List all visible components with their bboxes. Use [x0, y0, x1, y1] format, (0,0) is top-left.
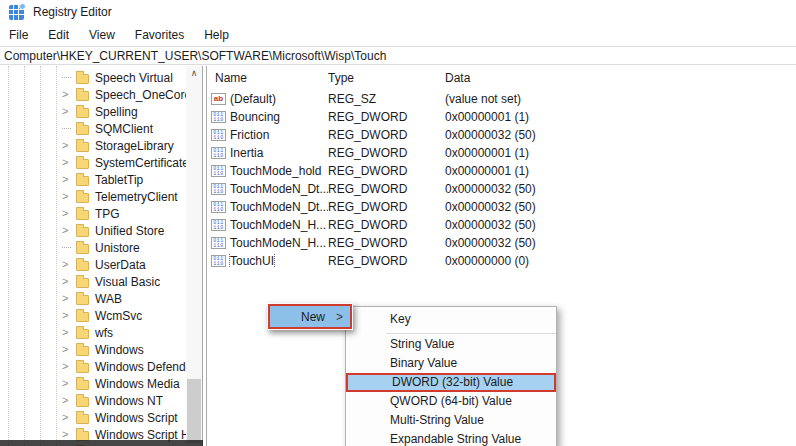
- dword-value-icon: 011 110: [211, 129, 226, 141]
- menu-item-dword-32-bit-value[interactable]: DWORD (32-bit) Value: [346, 373, 556, 392]
- tree-item[interactable]: >Speech_OneCore: [0, 86, 186, 103]
- tree-item[interactable]: >UserData: [0, 256, 186, 273]
- chevron-right-icon[interactable]: >: [62, 276, 76, 287]
- value-name-cell: 011 110TouchModeN_Dt...: [207, 200, 328, 214]
- chevron-right-icon[interactable]: >: [62, 429, 76, 440]
- menu-item-new[interactable]: New >: [268, 304, 352, 329]
- table-row[interactable]: 011 110TouchModeN_Dt...REG_DWORD0x000000…: [207, 180, 796, 198]
- menu-item-key[interactable]: Key: [346, 307, 556, 332]
- table-row[interactable]: 011 110TouchModeN_Dt...REG_DWORD0x000000…: [207, 198, 796, 216]
- tree-item[interactable]: >Windows Media: [0, 375, 186, 392]
- column-header-name[interactable]: Name: [207, 71, 328, 85]
- menu-bar: FileEditViewFavoritesHelp: [0, 24, 796, 46]
- folder-icon: [76, 363, 89, 373]
- menu-view[interactable]: View: [89, 28, 115, 42]
- table-row[interactable]: 011 110TouchModeN_H...REG_DWORD0x0000003…: [207, 234, 796, 252]
- chevron-right-icon[interactable]: >: [62, 259, 76, 270]
- value-name: TouchUI: [230, 254, 274, 268]
- folder-icon: [76, 244, 89, 254]
- chevron-right-icon[interactable]: >: [62, 140, 76, 151]
- chevron-right-icon[interactable]: >: [62, 208, 76, 219]
- folder-icon: [76, 346, 89, 356]
- menu-edit[interactable]: Edit: [48, 28, 69, 42]
- tree-item-label: Windows Defender: [95, 360, 186, 374]
- chevron-right-icon[interactable]: >: [62, 293, 76, 304]
- value-type: REG_DWORD: [328, 164, 445, 178]
- value-list: ab(Default)REG_SZ(value not set)011 110B…: [207, 90, 796, 270]
- tree-item-label: TPG: [95, 207, 120, 221]
- tree-item[interactable]: Unistore: [0, 239, 186, 256]
- table-row[interactable]: 011 110TouchModeN_H...REG_DWORD0x0000003…: [207, 216, 796, 234]
- folder-icon: [76, 261, 89, 271]
- chevron-right-icon[interactable]: >: [62, 395, 76, 406]
- value-type: REG_DWORD: [328, 218, 445, 232]
- table-row[interactable]: 011 110TouchMode_holdREG_DWORD0x00000001…: [207, 162, 796, 180]
- tree-item[interactable]: >TelemetryClient: [0, 188, 186, 205]
- menu-item-multi-string-value[interactable]: Multi-String Value: [346, 411, 556, 430]
- chevron-right-icon[interactable]: >: [62, 344, 76, 355]
- tree-item[interactable]: >Unified Store: [0, 222, 186, 239]
- table-row[interactable]: 011 110BouncingREG_DWORD0x00000001 (1): [207, 108, 796, 126]
- menu-item-expandable-string-value[interactable]: Expandable String Value: [346, 430, 556, 446]
- title-bar: Registry Editor: [0, 0, 796, 24]
- table-row[interactable]: ab(Default)REG_SZ(value not set): [207, 90, 796, 108]
- folder-icon: [76, 108, 89, 118]
- scrollbar-thumb[interactable]: [187, 379, 201, 443]
- folder-icon: [76, 397, 89, 407]
- tree-item[interactable]: >Visual Basic: [0, 273, 186, 290]
- tree-item[interactable]: >Windows Defender: [0, 358, 186, 375]
- tree-item[interactable]: >Windows NT: [0, 392, 186, 409]
- tree-item[interactable]: >WcmSvc: [0, 307, 186, 324]
- chevron-right-icon[interactable]: >: [62, 174, 76, 185]
- chevron-right-icon[interactable]: >: [62, 412, 76, 423]
- chevron-right-icon[interactable]: >: [62, 89, 76, 100]
- tree-item[interactable]: >WAB: [0, 290, 186, 307]
- menu-file[interactable]: File: [9, 28, 28, 42]
- address-bar[interactable]: Computer\HKEY_CURRENT_USER\SOFTWARE\Micr…: [0, 46, 796, 65]
- chevron-right-icon[interactable]: >: [62, 106, 76, 117]
- menu-favorites[interactable]: Favorites: [135, 28, 184, 42]
- dword-value-icon: 011 110: [211, 147, 226, 159]
- menu-item-binary-value[interactable]: Binary Value: [346, 354, 556, 373]
- value-name: Bouncing: [230, 110, 280, 124]
- tree-item[interactable]: >Spelling: [0, 103, 186, 120]
- tree-item[interactable]: >StorageLibrary: [0, 137, 186, 154]
- column-header-data[interactable]: Data: [445, 71, 796, 85]
- table-row[interactable]: 011 110FrictionREG_DWORD0x00000032 (50): [207, 126, 796, 144]
- bottom-edge-strip: [0, 440, 203, 446]
- table-row[interactable]: 011 110InertiaREG_DWORD0x00000001 (1): [207, 144, 796, 162]
- menu-help[interactable]: Help: [204, 28, 229, 42]
- column-header-type[interactable]: Type: [328, 71, 445, 85]
- tree-item-label: Windows Script: [95, 411, 178, 425]
- folder-icon: [76, 431, 89, 441]
- chevron-right-icon[interactable]: >: [62, 361, 76, 372]
- chevron-right-icon[interactable]: >: [62, 310, 76, 321]
- tree-item[interactable]: >SystemCertificates: [0, 154, 186, 171]
- scroll-up-icon[interactable]: ∧: [186, 68, 202, 78]
- registry-tree[interactable]: Speech Virtual>Speech_OneCore>SpellingSQ…: [0, 66, 186, 446]
- tree-item[interactable]: >TabletTip: [0, 171, 186, 188]
- chevron-right-icon[interactable]: >: [62, 191, 76, 202]
- tree-item[interactable]: >wfs: [0, 324, 186, 341]
- chevron-right-icon[interactable]: >: [62, 327, 76, 338]
- value-name: TouchMode_hold: [230, 164, 321, 178]
- chevron-right-icon[interactable]: >: [62, 225, 76, 236]
- menu-item-qword-64-bit-value[interactable]: QWORD (64-bit) Value: [346, 392, 556, 411]
- tree-item-label: Unistore: [95, 241, 140, 255]
- dword-value-icon: 011 110: [211, 219, 226, 231]
- menu-item-string-value[interactable]: String Value: [346, 335, 556, 354]
- tree-item[interactable]: SQMClient: [0, 120, 186, 137]
- tree-item-label: Speech_OneCore: [95, 88, 186, 102]
- folder-icon: [76, 91, 89, 101]
- tree-item[interactable]: >TPG: [0, 205, 186, 222]
- tree-item[interactable]: >Windows Script: [0, 409, 186, 426]
- tree-item[interactable]: Speech Virtual: [0, 69, 186, 86]
- value-name: TouchModeN_H...: [230, 218, 326, 232]
- tree-scrollbar[interactable]: ∧: [186, 66, 202, 446]
- dword-value-icon: 011 110: [211, 255, 226, 267]
- chevron-right-icon[interactable]: >: [62, 378, 76, 389]
- context-menu-new-fragment: New >: [267, 303, 353, 330]
- chevron-right-icon[interactable]: >: [62, 157, 76, 168]
- tree-item[interactable]: >Windows: [0, 341, 186, 358]
- table-row[interactable]: 011 110TouchUIREG_DWORD0x00000000 (0): [207, 252, 796, 270]
